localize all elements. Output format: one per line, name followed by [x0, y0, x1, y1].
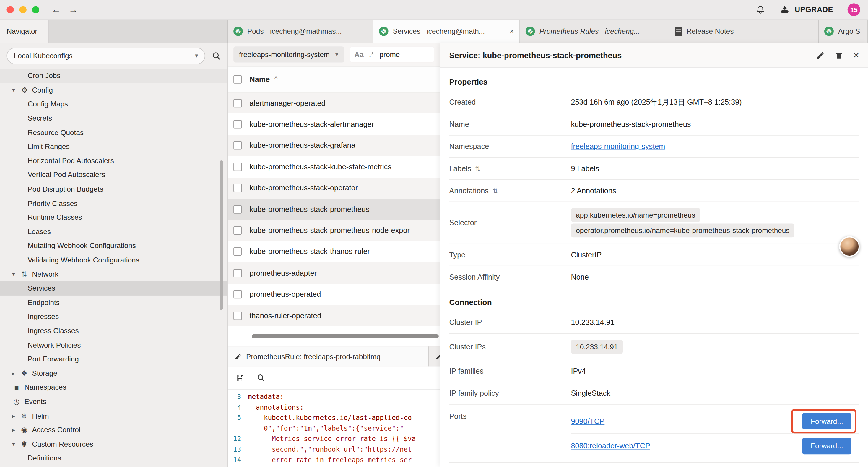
- kubernetes-cluster-icon: ☸: [824, 27, 834, 36]
- close-drawer-icon[interactable]: ×: [853, 50, 859, 60]
- zoom-window-button[interactable]: [32, 6, 39, 13]
- dock-tab-partial[interactable]: [429, 346, 440, 366]
- sidebar-item-secrets[interactable]: Secrets: [0, 111, 227, 125]
- row-checkbox[interactable]: [234, 205, 242, 213]
- row-checkbox[interactable]: [234, 248, 242, 256]
- table-row[interactable]: kube-prometheus-stack-operator: [228, 177, 440, 199]
- sidebar-item-ingresses[interactable]: Ingresses: [0, 310, 227, 324]
- close-window-button[interactable]: [6, 6, 13, 13]
- sidebar-item-cron-jobs[interactable]: Cron Jobs: [0, 68, 227, 83]
- regex-toggle[interactable]: .*: [369, 50, 374, 58]
- table-row[interactable]: kube-prometheus-stack-prometheus-node-ex…: [228, 220, 440, 241]
- row-checkbox[interactable]: [234, 226, 242, 235]
- row-checkbox[interactable]: [234, 290, 242, 298]
- expand-toggle-icon[interactable]: ⇅: [475, 165, 481, 172]
- table-row[interactable]: prometheus-operated: [228, 284, 440, 305]
- table-row[interactable]: kube-prometheus-stack-prometheus: [228, 199, 440, 220]
- editor-search-icon[interactable]: [257, 374, 265, 382]
- search-icon[interactable]: [212, 51, 221, 60]
- user-avatar[interactable]: [839, 236, 860, 257]
- navigator-pane-tab[interactable]: Navigator: [0, 20, 49, 42]
- sidebar-item-priority-classes[interactable]: Priority Classes: [0, 196, 227, 210]
- table-row[interactable]: alertmanager-operated: [228, 92, 440, 114]
- sidebar-item-horizontal-pod-autoscalers[interactable]: Horizontal Pod Autoscalers: [0, 154, 227, 168]
- sidebar-item-mutating-webhook-configurations[interactable]: Mutating Webhook Configurations: [0, 238, 227, 253]
- sidebar-scrollbar[interactable]: [219, 160, 223, 310]
- port-link-9090-tcp[interactable]: 9090/TCP: [571, 417, 604, 425]
- expand-toggle-icon[interactable]: ⇅: [493, 187, 498, 195]
- table-row[interactable]: kube-prometheus-stack-grafana: [228, 135, 440, 156]
- forward-button[interactable]: Forward...: [802, 437, 851, 454]
- select-all-checkbox[interactable]: [234, 75, 242, 83]
- yaml-editor[interactable]: 3 metadata: 4 annotations: 5 kubectl.kub…: [228, 389, 440, 467]
- upgrade-button[interactable]: UPGRADE: [780, 4, 833, 15]
- sidebar-item-vertical-pod-autoscalers[interactable]: Vertical Pod Autoscalers: [0, 168, 227, 182]
- list-search-input[interactable]: Aa .* prome: [349, 46, 434, 62]
- chevron-right-icon: ▸: [12, 413, 21, 419]
- history-back-button[interactable]: ←: [52, 5, 61, 14]
- port-link-8080-reloader-web-tcp[interactable]: 8080:reloader-web/TCP: [571, 442, 650, 450]
- minimize-window-button[interactable]: [20, 6, 27, 13]
- code-text: annotations:: [248, 402, 304, 413]
- row-checkbox[interactable]: [234, 120, 242, 128]
- sidebar-item-pod-disruption-budgets[interactable]: Pod Disruption Budgets: [0, 182, 227, 196]
- sidebar-item-endpoints[interactable]: Endpoints: [0, 295, 227, 310]
- table-row[interactable]: thanos-ruler-operated: [228, 305, 440, 326]
- sidebar-item-validating-webhook-configurations[interactable]: Validating Webhook Configurations: [0, 253, 227, 267]
- row-checkbox[interactable]: [234, 311, 242, 320]
- table-row[interactable]: kube-prometheus-stack-alertmanager: [228, 114, 440, 135]
- tab-pods-icecheng-mathmas[interactable]: ☸ Pods - icecheng@mathmas...: [228, 20, 373, 42]
- column-header-name[interactable]: Name ^: [249, 75, 278, 83]
- tab-services-icecheng-math[interactable]: ☸ Services - icecheng@math... ×: [373, 20, 520, 42]
- sidebar-item-helm[interactable]: ▸ ⎈ Helm: [0, 408, 227, 423]
- sidebar-item-runtime-classes[interactable]: Runtime Classes: [0, 210, 227, 224]
- sidebar-item-services[interactable]: Services: [0, 281, 227, 295]
- sidebar-item-custom-resources[interactable]: ▾ ✱ Custom Resources: [0, 437, 227, 451]
- tab-release-notes[interactable]: Release Notes: [670, 20, 819, 42]
- row-checkbox[interactable]: [234, 184, 242, 192]
- sidebar-item-namespaces[interactable]: ▣ Namespaces: [0, 380, 227, 395]
- close-tab-icon[interactable]: ×: [506, 27, 514, 35]
- history-forward-button[interactable]: →: [68, 5, 78, 14]
- sidebar-item-port-forwarding[interactable]: Port Forwarding: [0, 352, 227, 366]
- row-checkbox[interactable]: [234, 141, 242, 150]
- row-checkbox[interactable]: [234, 163, 242, 171]
- sidebar-item-events[interactable]: ◷ Events: [0, 394, 227, 408]
- table-row[interactable]: kube-prometheus-stack-thanos-ruler: [228, 241, 440, 262]
- kubeconfig-selector[interactable]: Local Kubeconfigs ▾: [6, 47, 205, 64]
- trash-icon[interactable]: [835, 51, 843, 59]
- window-titlebar: ← → UPGRADE 15: [0, 0, 868, 20]
- sidebar-item-storage[interactable]: ▸ ❖ Storage: [0, 366, 227, 380]
- sidebar-item-config[interactable]: ▾ ⚙ Config: [0, 83, 227, 97]
- save-icon[interactable]: [236, 373, 245, 382]
- notifications-bell-icon[interactable]: [756, 5, 766, 14]
- sidebar-item-limit-ranges[interactable]: Limit Ranges: [0, 140, 227, 154]
- drawer-row-labels: Labels⇅9 Labels: [449, 158, 859, 180]
- table-row[interactable]: prometheus-adapter: [228, 262, 440, 284]
- value-link-freeleaps-monitoring-system[interactable]: freeleaps-monitoring-system: [571, 142, 665, 150]
- sidebar-item-ingress-classes[interactable]: Ingress Classes: [0, 324, 227, 338]
- tab-prometheus-rules-icecheng[interactable]: ☸ Prometheus Rules - icecheng...: [520, 20, 670, 42]
- sidebar-item-network-policies[interactable]: Network Policies: [0, 338, 227, 352]
- sidebar-item-resource-quotas[interactable]: Resource Quotas: [0, 125, 227, 140]
- drawer-value: IPv4: [571, 362, 859, 380]
- services-table: alertmanager-operated kube-prometheus-st…: [228, 92, 440, 326]
- code-text: metadata:: [248, 392, 284, 403]
- sidebar-item-access-control[interactable]: ▸ ◉ Access Control: [0, 423, 227, 437]
- notification-count-badge[interactable]: 15: [848, 3, 860, 16]
- line-number: 3: [228, 392, 248, 403]
- match-case-toggle[interactable]: Aa: [354, 50, 363, 58]
- sidebar-item-config-maps[interactable]: Config Maps: [0, 97, 227, 111]
- sidebar-item-leases[interactable]: Leases: [0, 224, 227, 238]
- tab-argo-s[interactable]: ☸ Argo S: [819, 20, 868, 42]
- row-checkbox[interactable]: [234, 269, 242, 277]
- horizontal-scrollbar[interactable]: [252, 334, 439, 338]
- dock-tab-prometheusrule[interactable]: PrometheusRule: freeleaps-prod-rabbitmq: [228, 346, 429, 366]
- sidebar-item-definitions[interactable]: Definitions: [0, 451, 227, 465]
- namespace-selector[interactable]: freeleaps-monitoring-system ▾: [234, 46, 344, 62]
- forward-button[interactable]: Forward...: [802, 413, 851, 430]
- row-checkbox[interactable]: [234, 99, 242, 107]
- sidebar-item-network[interactable]: ▾ ⇅ Network: [0, 267, 227, 281]
- table-row[interactable]: kube-prometheus-stack-kube-state-metrics: [228, 156, 440, 177]
- edit-pencil-icon[interactable]: [816, 51, 825, 59]
